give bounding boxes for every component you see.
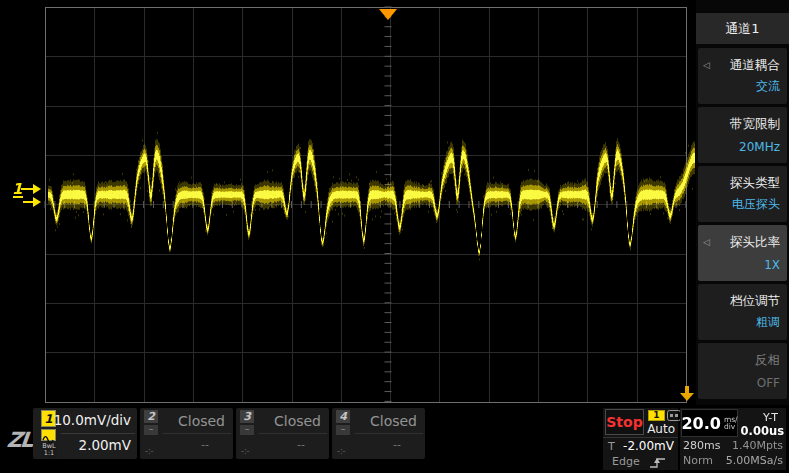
- acquire-row: Norm 5.00MSa/s: [680, 454, 786, 468]
- menu-item-invert[interactable]: 反相 OFF: [698, 343, 787, 399]
- menu-item-label: 探头比率: [730, 234, 780, 251]
- channel3-value-dash: --: [297, 438, 305, 451]
- submenu-chevron-icon: ◁: [703, 60, 710, 70]
- channel2-status-box[interactable]: 2 – Closed -- -:-: [140, 408, 233, 459]
- channel2-value-dash: --: [201, 438, 209, 451]
- channel1-position-marker-icon[interactable]: 1: [10, 177, 44, 213]
- rising-edge-icon: [648, 456, 673, 469]
- record-points: 1.40Mpts: [732, 439, 783, 452]
- channel4-state: Closed: [370, 413, 417, 429]
- channel1-offset: 2.00mV: [79, 437, 131, 453]
- submenu-chevron-icon: ◁: [703, 237, 710, 247]
- menu-item-probe-ratio[interactable]: ◁ 探头比率 1X: [698, 225, 787, 281]
- divider: [258, 433, 327, 434]
- divider: [162, 433, 231, 434]
- channel3-corner-dash: -:-: [241, 447, 249, 456]
- run-stop-status[interactable]: Stop: [605, 409, 644, 435]
- channel2-badge: 2: [144, 410, 158, 423]
- menu-item-bandwidth-limit[interactable]: 带宽限制 20MHz: [698, 107, 787, 163]
- menu-item-probe-type[interactable]: 探头类型 电压探头: [698, 166, 787, 222]
- menu-item-label: 档位调节: [730, 293, 780, 310]
- horizontal-offset: 0.00us: [741, 424, 784, 438]
- timebase-scale-box[interactable]: 20.0 ms/ div: [681, 409, 738, 437]
- menu-item-value: 粗调: [756, 314, 780, 331]
- menu-item-value: 1X: [764, 258, 780, 272]
- channel4-badge: 4: [336, 410, 350, 423]
- trigger-status-cluster[interactable]: Stop 1 Auto T -2.00mV Edge: [603, 408, 678, 470]
- trigger-position-marker-icon[interactable]: [379, 9, 397, 20]
- divider: [61, 433, 135, 434]
- menu-item-label: 探头类型: [730, 175, 780, 192]
- display-mode: Y-T: [763, 411, 778, 424]
- record-time: 280ms: [683, 439, 720, 452]
- channel4-corner-dash: -:-: [337, 447, 345, 456]
- trigger-offscreen-arrow-icon[interactable]: [678, 385, 696, 402]
- record-row: 280ms 1.40Mpts: [680, 439, 786, 453]
- acquire-mode: Norm: [683, 454, 713, 467]
- divider: [354, 433, 423, 434]
- timebase-unit: ms/ div: [724, 416, 738, 430]
- trigger-type: Edge: [612, 455, 640, 468]
- channel3-status-box[interactable]: 3 – Closed -- -:-: [236, 408, 329, 459]
- menu-item-gear-adjust[interactable]: 档位调节 粗调: [698, 284, 787, 340]
- menu-item-value: OFF: [757, 376, 780, 390]
- menu-item-label: 通道耦合: [730, 57, 780, 74]
- oscilloscope-screen: { "sidebar": { "title": "通道1", "chevron_…: [0, 0, 789, 473]
- channel2-dash-badge: –: [144, 425, 158, 435]
- trigger-mode: Auto: [647, 422, 675, 436]
- channel1-scale: 10.0mV/div: [54, 412, 131, 428]
- menu-item-value: 20MHz: [739, 140, 780, 154]
- channel4-status-box[interactable]: 4 – Closed -- -:-: [332, 408, 425, 459]
- trigger-source-badge: 1: [648, 410, 665, 421]
- softmenu-sidebar: 通道1 ◁ 通道耦合 交流 带宽限制 20MHz 探头类型 电压探头 ◁ 探头比…: [696, 0, 789, 405]
- status-bar: ZLG® 1 BwL 1:1 10.0mV/div 2.00mV 2 – Clo…: [0, 405, 789, 473]
- timebase-scale: 20.0: [681, 414, 720, 433]
- channel4-dash-badge: –: [336, 425, 350, 435]
- channel3-badge: 3: [240, 410, 254, 423]
- trigger-panel-icon: [667, 410, 681, 421]
- channel3-state: Closed: [274, 413, 321, 429]
- menu-item-coupling[interactable]: ◁ 通道耦合 交流: [698, 48, 787, 104]
- menu-title: 通道1: [696, 13, 789, 44]
- channel1-status-box[interactable]: 1 BwL 1:1 10.0mV/div 2.00mV: [33, 408, 137, 459]
- ac-coupling-icon: [41, 429, 56, 441]
- svg-text:1: 1: [12, 180, 22, 198]
- trigger-level-row: T -2.00mV: [603, 437, 678, 454]
- bandwidth-limit-badge: BwL 1:1: [41, 443, 57, 458]
- channel4-value-dash: --: [393, 438, 401, 451]
- waveform-display: [0, 0, 696, 405]
- menu-item-value: 交流: [756, 78, 780, 95]
- channel2-corner-dash: -:-: [145, 447, 153, 456]
- trigger-level-value: -2.00mV: [623, 439, 674, 453]
- menu-item-value: 电压探头: [732, 196, 780, 213]
- trigger-type-row: Edge: [603, 454, 678, 470]
- timebase-status-cluster[interactable]: 20.0 ms/ div Y-T 0.00us 280ms 1.40Mpts N…: [680, 408, 786, 470]
- menu-item-label: 反相: [755, 352, 780, 369]
- trigger-level-prefix: T: [608, 440, 615, 453]
- channel3-dash-badge: –: [240, 425, 254, 435]
- sample-rate: 5.00MSa/s: [726, 454, 783, 467]
- menu-item-label: 带宽限制: [730, 116, 780, 133]
- channel2-state: Closed: [178, 413, 225, 429]
